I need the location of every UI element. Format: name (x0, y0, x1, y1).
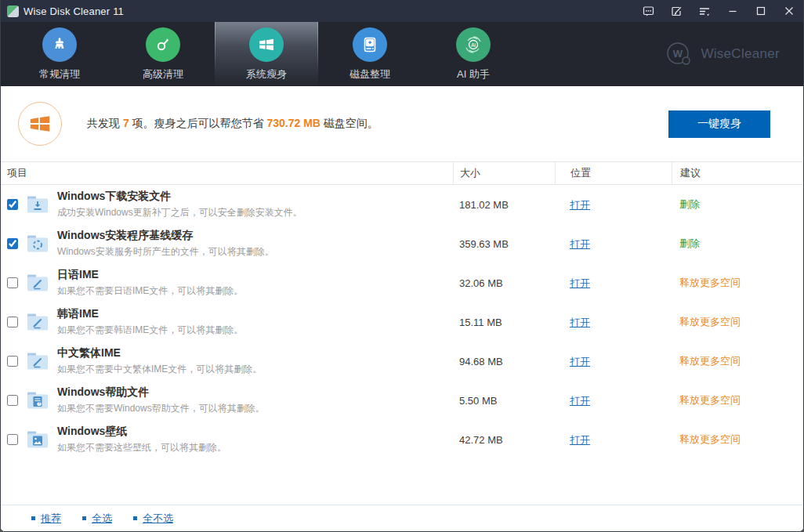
table-row[interactable]: 日语IME 如果您不需要日语IME文件，可以将其删除。 32.06 MB 打开 … (1, 263, 803, 302)
open-location-link[interactable]: 打开 (570, 395, 590, 407)
svg-text:?: ? (38, 402, 41, 406)
titlebar: Wise Disk Cleaner 11 (1, 0, 803, 22)
table-row[interactable]: Windows下载安装文件 成功安装Windows更新补丁之后，可以安全删除安装… (1, 185, 803, 224)
item-title: Windows安装程序基线缓存 (57, 229, 274, 243)
open-location-link[interactable]: 打开 (570, 238, 590, 250)
item-description: 如果您不需要Windows帮助文件，可以将其删除。 (57, 402, 265, 415)
ime-folder-icon (26, 273, 49, 293)
footer-link-label: 推荐 (41, 512, 61, 526)
item-size: 42.72 MB (453, 434, 555, 446)
footer-link-2[interactable]: 全不选 (133, 512, 173, 526)
table-row[interactable]: ? Windows帮助文件 如果您不需要Windows帮助文件，可以将其删除。 … (1, 381, 803, 420)
column-header-item: 项目 (1, 162, 453, 184)
item-description: 成功安装Windows更新补丁之后，可以安全删除安装文件。 (57, 206, 302, 219)
table-row[interactable]: Windows壁纸 如果您不需要这些壁纸，可以将其删除。 42.72 MB 打开… (1, 420, 803, 459)
summary-middle: 项。瘦身之后可以帮您节省 (129, 117, 267, 129)
summary-text: 共发现 7 项。瘦身之后可以帮您节省 730.72 MB 磁盘空间。 (87, 117, 378, 131)
nav-items-host: 常规清理 高级清理 系统瘦身 磁盘整理 Ai AI 助手 (8, 22, 525, 86)
register-icon[interactable] (662, 0, 690, 22)
windows-logo-icon (18, 102, 62, 146)
app-icon (7, 5, 19, 17)
table-row[interactable]: Windows安装程序基线缓存 Windows安装服务时所产生的文件，可以将其删… (1, 224, 803, 263)
item-suggestion: 删除 (672, 237, 803, 251)
item-size: 94.68 MB (453, 356, 555, 367)
row-checkbox[interactable] (7, 317, 18, 328)
footer-link-1[interactable]: 全选 (82, 512, 112, 526)
item-suggestion: 释放更多空间 (672, 432, 803, 447)
window-title: Wise Disk Cleaner 11 (24, 5, 124, 17)
menu-icon[interactable] (690, 0, 719, 22)
windows-icon (249, 27, 284, 62)
item-title: Windows下载安装文件 (57, 190, 302, 204)
footer-bar: 推荐 全选 全不选 (1, 505, 803, 531)
feedback-icon[interactable] (634, 0, 662, 22)
wisecleaner-logo: W WiseCleaner (664, 22, 780, 86)
found-count: 7 (123, 117, 129, 129)
main-nav: 常规清理 高级清理 系统瘦身 磁盘整理 Ai AI 助手 W WiseClean… (1, 22, 803, 86)
nav-item-0[interactable]: 常规清理 (8, 22, 111, 86)
row-checkbox[interactable] (7, 238, 18, 249)
nav-item-4[interactable]: Ai AI 助手 (422, 22, 525, 86)
summary-bar: 共发现 7 项。瘦身之后可以帮您节省 730.72 MB 磁盘空间。 一键瘦身 (1, 86, 803, 161)
item-title: 中文繁体IME (57, 346, 262, 360)
column-header-location: 位置 (555, 162, 672, 184)
item-size: 181.02 MB (453, 199, 555, 211)
nav-item-label: 高级清理 (143, 67, 183, 81)
item-title: 韩语IME (57, 307, 243, 321)
row-checkbox[interactable] (7, 395, 18, 406)
square-bullet-icon (31, 516, 35, 520)
footer-link-label: 全不选 (143, 512, 173, 526)
item-description: 如果您不需要这些壁纸，可以将其删除。 (57, 441, 226, 454)
nav-item-label: 磁盘整理 (349, 67, 390, 81)
row-checkbox[interactable] (7, 356, 18, 367)
open-location-link[interactable]: 打开 (570, 434, 590, 446)
item-list: Windows下载安装文件 成功安装Windows更新补丁之后，可以安全删除安装… (1, 185, 803, 459)
square-bullet-icon (133, 516, 137, 520)
wise-disk-cleaner-window: Wise Disk Cleaner 11 (0, 0, 804, 532)
minimize-icon[interactable] (719, 0, 747, 22)
maximize-icon[interactable] (747, 0, 775, 22)
open-location-link[interactable]: 打开 (570, 317, 590, 328)
item-description: Windows安装服务时所产生的文件，可以将其删除。 (57, 245, 274, 259)
nav-item-label: 常规清理 (39, 67, 80, 81)
item-suggestion: 释放更多空间 (672, 315, 803, 329)
magnifier-icon (146, 27, 180, 62)
item-suggestion: 释放更多空间 (672, 354, 803, 368)
brand-name: WiseCleaner (701, 46, 780, 62)
item-title: Windows壁纸 (57, 425, 226, 439)
open-location-link[interactable]: 打开 (570, 199, 590, 211)
row-checkbox[interactable] (7, 434, 18, 445)
installer-cache-folder-icon (26, 233, 49, 254)
row-checkbox[interactable] (7, 277, 18, 288)
row-checkbox[interactable] (7, 199, 18, 210)
table-header: 项目 大小 位置 建议 (1, 161, 803, 185)
item-title: 日语IME (57, 268, 243, 282)
summary-suffix: 磁盘空间。 (321, 117, 378, 129)
footer-link-label: 全选 (92, 512, 112, 526)
table-row[interactable]: 中文繁体IME 如果您不需要中文繁体IME文件，可以将其删除。 94.68 MB… (1, 342, 803, 381)
item-size: 32.06 MB (453, 277, 555, 289)
one-click-slim-button[interactable]: 一键瘦身 (668, 110, 770, 138)
close-icon[interactable] (775, 0, 803, 22)
svg-text:W: W (673, 48, 683, 60)
item-description: 如果您不需要韩语IME文件，可以将其删除。 (57, 324, 243, 337)
item-size: 359.63 MB (453, 238, 555, 250)
open-location-link[interactable]: 打开 (570, 277, 590, 289)
square-bullet-icon (82, 516, 86, 520)
item-description: 如果您不需要中文繁体IME文件，可以将其删除。 (57, 363, 262, 376)
open-location-link[interactable]: 打开 (570, 356, 590, 367)
footer-link-0[interactable]: 推荐 (31, 512, 61, 526)
item-size: 15.11 MB (453, 317, 555, 328)
disk-icon (353, 27, 387, 62)
ai-icon: Ai (456, 27, 491, 62)
wallpaper-folder-icon (26, 429, 49, 450)
broom-icon (42, 27, 77, 62)
download-folder-icon (26, 194, 49, 215)
nav-item-1[interactable]: 高级清理 (111, 22, 215, 86)
column-header-suggestion: 建议 (672, 162, 803, 184)
nav-item-2[interactable]: 系统瘦身 (215, 22, 318, 86)
nav-item-3[interactable]: 磁盘整理 (318, 22, 422, 86)
help-folder-icon: ? (26, 390, 49, 411)
table-row[interactable]: 韩语IME 如果您不需要韩语IME文件，可以将其删除。 15.11 MB 打开 … (1, 302, 803, 342)
item-title: Windows帮助文件 (57, 385, 265, 400)
